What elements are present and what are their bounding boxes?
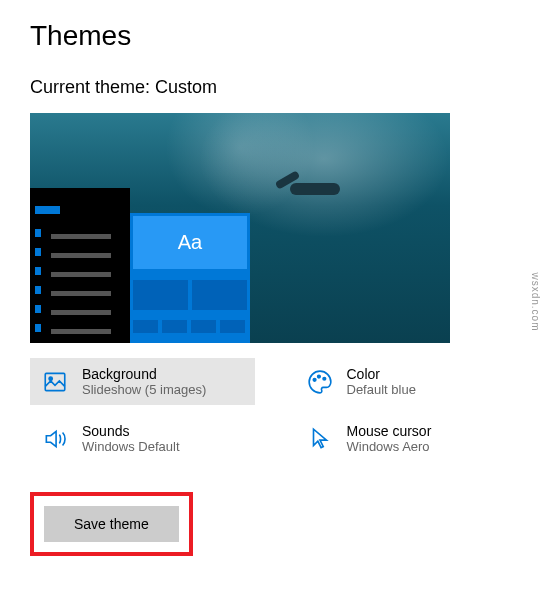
color-option[interactable]: Color Default blue xyxy=(295,358,520,405)
cursor-icon xyxy=(305,424,335,454)
sample-text-tile: Aa xyxy=(132,215,248,270)
save-theme-button[interactable]: Save theme xyxy=(44,506,179,542)
cursor-option[interactable]: Mouse cursor Windows Aero xyxy=(295,415,520,462)
theme-preview: Aa xyxy=(30,113,450,343)
color-subtitle: Default blue xyxy=(347,382,416,397)
cursor-title: Mouse cursor xyxy=(347,423,432,439)
speaker-icon xyxy=(40,424,70,454)
sounds-option[interactable]: Sounds Windows Default xyxy=(30,415,255,462)
palette-icon xyxy=(305,367,335,397)
sounds-title: Sounds xyxy=(82,423,180,439)
page-title: Themes xyxy=(30,20,519,52)
taskbar-preview xyxy=(30,188,130,343)
svg-point-3 xyxy=(317,375,320,378)
current-theme-label: Current theme: Custom xyxy=(30,77,519,98)
background-title: Background xyxy=(82,366,206,382)
wallpaper-swimmer xyxy=(270,168,360,208)
picture-icon xyxy=(40,367,70,397)
cursor-subtitle: Windows Aero xyxy=(347,439,432,454)
start-menu-preview: Aa xyxy=(130,213,250,343)
svg-point-2 xyxy=(313,378,316,381)
svg-rect-0 xyxy=(45,373,65,390)
svg-point-4 xyxy=(323,377,326,380)
theme-options-grid: Background Slideshow (5 images) Color De… xyxy=(30,358,519,462)
background-option[interactable]: Background Slideshow (5 images) xyxy=(30,358,255,405)
save-theme-highlight-annotation: Save theme xyxy=(30,492,193,556)
color-title: Color xyxy=(347,366,416,382)
background-subtitle: Slideshow (5 images) xyxy=(82,382,206,397)
sounds-subtitle: Windows Default xyxy=(82,439,180,454)
watermark: wsxdn.com xyxy=(530,272,541,331)
